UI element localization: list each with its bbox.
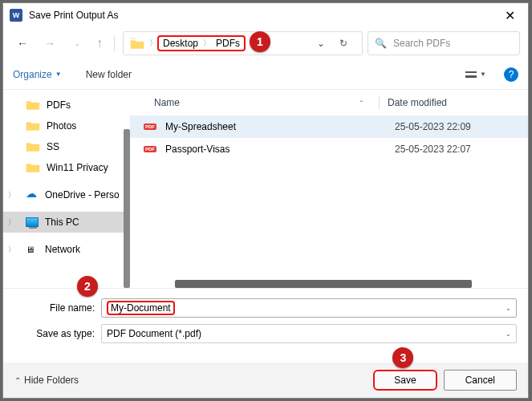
sidebar-item-pdfs[interactable]: PDFs [3,95,130,115]
horizontal-scrollbar[interactable] [175,280,472,288]
pdf-icon [144,120,157,133]
sidebar-label: PDFs [47,99,71,111]
folder-icon [26,119,40,133]
cloud-icon [26,190,39,200]
save-label: Save [394,375,416,386]
chevron-down-icon: ▼ [55,71,62,78]
save-dialog: W Save Print Output As ✕ ← → ⌄ ↑ 〉 Deskt… [2,2,529,399]
folder-icon [26,161,40,175]
folder-icon [26,99,40,112]
organize-menu[interactable]: Organize [13,69,52,80]
column-name[interactable]: Name ⌃ [154,97,379,108]
up-button[interactable]: ↑ [93,36,106,51]
chevron-right-icon: 〉 [149,38,157,49]
sidebar-item-win11[interactable]: Win11 Privacy [3,157,130,178]
sidebar-item-ss[interactable]: SS [3,136,130,157]
footer: ⌃ Hide Folders 3 Save Cancel [3,363,528,398]
filename-row: 2 File name: My-Document ⌄ [14,297,517,319]
breadcrumb-desktop[interactable]: Desktop [163,38,198,49]
window-title: Save Print Output As [29,10,118,21]
recent-dropdown-icon[interactable]: ⌄ [66,40,88,47]
expand-icon[interactable]: 〉 [8,217,15,228]
chevron-down-icon: ▼ [480,71,486,78]
column-separator [379,96,380,109]
file-date: 25-05-2023 22:09 [395,121,471,132]
filetype-select[interactable]: PDF Document (*.pdf) ⌄ [101,324,517,343]
expand-icon[interactable]: 〉 [8,245,15,255]
sort-ascending-icon: ⌃ [359,99,364,107]
search-icon: 🔍 [375,38,387,49]
file-list-pane: Name ⌃ Date modified My-Spreadsheet 25-0… [130,90,528,288]
filetype-row: Save as type: PDF Document (*.pdf) ⌄ [14,322,517,345]
main-area: PDFs Photos SS Win11 Privacy 〉 OneDrive … [3,90,528,288]
cancel-label: Cancel [465,375,495,386]
hide-folders-label: Hide Folders [24,375,79,386]
address-bar[interactable]: 〉 Desktop 〉 PDFs ⌄ ↻ [123,31,363,55]
toolbar: Organize ▼ New folder ▼ ? [3,59,528,90]
filetype-value: PDF Document (*.pdf) [107,328,201,339]
address-dropdown-icon[interactable]: ⌄ [311,38,331,49]
sidebar-item-network[interactable]: 〉 Network [3,239,130,260]
sidebar-item-photos[interactable]: Photos [3,115,130,136]
navigation-pane: PDFs Photos SS Win11 Privacy 〉 OneDrive … [3,90,130,288]
word-app-icon: W [10,9,22,22]
list-view-icon [465,71,477,78]
back-button[interactable]: ← [11,37,34,50]
navigation-bar: ← → ⌄ ↑ 〉 Desktop 〉 PDFs ⌄ ↻ 🔍 Search PD… [3,27,528,59]
sidebar-item-thispc[interactable]: 〉 This PC [3,212,130,233]
divider [114,35,115,51]
sidebar-label: Network [45,244,80,255]
file-date: 25-05-2023 22:07 [395,144,471,155]
file-name: My-Spreadsheet [165,121,395,132]
sidebar-label: This PC [45,217,79,228]
folder-icon [130,38,144,49]
sidebar-label: SS [47,141,59,152]
help-button[interactable]: ? [504,67,518,82]
form-area: 2 File name: My-Document ⌄ Save as type:… [3,288,528,353]
filename-highlight: My-Document [107,301,175,315]
hide-folders-button[interactable]: ⌃ Hide Folders [14,375,79,386]
file-row[interactable]: My-Spreadsheet 25-05-2023 22:09 [130,115,528,138]
save-button[interactable]: Save [373,370,437,391]
sidebar-label: Photos [47,120,76,132]
cancel-button[interactable]: Cancel [444,370,517,391]
network-icon [26,244,39,255]
chevron-down-icon[interactable]: ⌄ [506,305,511,312]
sidebar-label: OneDrive - Perso [45,189,120,200]
sidebar-item-onedrive[interactable]: 〉 OneDrive - Perso [3,184,130,205]
column-name-label: Name [154,97,180,108]
filename-input[interactable]: My-Document ⌄ [101,298,517,318]
sidebar-scrollbar[interactable] [124,129,130,288]
forward-button[interactable]: → [39,37,61,50]
thispc-icon [26,217,39,227]
expand-icon[interactable]: 〉 [8,190,15,200]
chevron-right-icon: 〉 [203,38,211,49]
chevron-up-icon: ⌃ [14,376,21,385]
breadcrumb-pdfs[interactable]: PDFs [216,38,240,49]
search-input[interactable]: 🔍 Search PDFs [368,31,520,55]
refresh-button[interactable]: ↻ [331,38,355,49]
breadcrumb-highlight: Desktop 〉 PDFs [157,35,246,51]
callout-2: 2 [77,276,98,297]
callout-1: 1 [250,31,270,52]
pdf-icon [144,143,157,156]
filetype-label: Save as type: [14,328,101,339]
filename-label: File name: [14,302,101,314]
folder-icon [26,140,40,154]
column-headers: Name ⌃ Date modified [130,90,528,115]
view-options-button[interactable]: ▼ [459,71,493,78]
close-button[interactable]: ✕ [498,8,522,23]
file-row[interactable]: Passport-Visas 25-05-2023 22:07 [130,138,528,160]
title-bar: W Save Print Output As ✕ [3,3,528,27]
new-folder-button[interactable]: New folder [86,69,132,80]
chevron-down-icon[interactable]: ⌄ [506,330,511,338]
callout-3: 3 [392,347,413,368]
sidebar-label: Win11 Privacy [47,162,108,173]
file-name: Passport-Visas [165,144,395,155]
column-date[interactable]: Date modified [388,97,447,108]
search-placeholder: Search PDFs [393,38,450,49]
filename-value: My-Document [111,302,171,314]
